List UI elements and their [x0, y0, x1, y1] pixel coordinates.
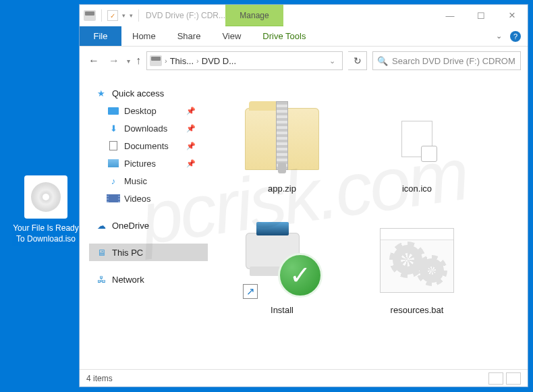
sidebar-item-label: Pictures	[124, 159, 156, 169]
sidebar-network[interactable]: 🖧Network	[89, 271, 208, 288]
music-icon: ♪	[108, 175, 119, 186]
status-bar: 4 items	[80, 369, 528, 387]
sidebar-this-pc[interactable]: 🖥This PC	[89, 244, 208, 261]
pin-icon: 📌	[186, 142, 196, 150]
pictures-icon	[108, 159, 119, 167]
sidebar-videos[interactable]: Videos	[89, 190, 208, 207]
sidebar-desktop[interactable]: Desktop📌	[89, 102, 208, 119]
checkmark-icon: ✓	[278, 253, 322, 298]
sidebar-pictures[interactable]: Pictures📌	[89, 155, 208, 172]
zip-icon	[245, 108, 319, 170]
documents-icon	[109, 141, 117, 150]
chevron-right-icon[interactable]: ›	[195, 57, 200, 65]
file-tab[interactable]: File	[80, 26, 121, 46]
search-icon: 🔍	[377, 56, 388, 66]
minimize-button[interactable]: —	[434, 5, 466, 26]
view-details-button[interactable]	[488, 372, 503, 385]
downloads-icon: ⬇	[108, 123, 119, 134]
install-shortcut-icon: ✓ ↗	[242, 223, 322, 298]
drive-icon	[150, 55, 162, 66]
iso-icon	[24, 175, 67, 219]
network-icon: 🖧	[96, 274, 107, 285]
desktop-icon-label: Your File Is Ready To Download.iso	[12, 221, 80, 246]
item-count: 4 items	[86, 374, 113, 383]
window-title: DVD Drive (F:) CDR...	[140, 5, 225, 26]
address-bar[interactable]: › This... › DVD D... ⌄	[146, 51, 343, 70]
pin-icon: 📌	[186, 159, 196, 168]
file-install[interactable]: ✓ ↗ Install	[215, 206, 349, 327]
file-label: resources.bat	[391, 305, 444, 315]
sidebar-documents[interactable]: Documents📌	[89, 137, 208, 155]
sidebar-quick-access[interactable]: ★Quick access	[89, 84, 208, 102]
ribbon: File Home Share View Drive Tools ⌄ ?	[80, 26, 528, 47]
view-large-icons-button[interactable]	[506, 372, 521, 385]
tab-home[interactable]: Home	[121, 26, 167, 46]
tab-view[interactable]: View	[211, 26, 252, 46]
file-label: icon.ico	[402, 184, 432, 194]
ribbon-collapse-icon[interactable]: ⌄	[496, 32, 502, 40]
breadcrumb-seg-drive[interactable]: DVD D...	[202, 56, 236, 66]
file-label: app.zip	[268, 184, 296, 194]
file-app-zip[interactable]: app.zip	[215, 84, 349, 206]
drive-icon	[84, 10, 96, 21]
pc-icon: 🖥	[96, 247, 107, 258]
file-label: Install	[271, 305, 293, 315]
refresh-button[interactable]: ↻	[348, 51, 367, 70]
qat-overflow[interactable]: ▾	[130, 12, 133, 19]
sidebar-item-label: Music	[124, 176, 147, 186]
ico-file-icon	[401, 121, 432, 157]
file-resources-bat[interactable]: resources.bat	[349, 206, 484, 327]
desktop-iso-file[interactable]: Your File Is Ready To Download.iso	[12, 175, 80, 246]
cloud-icon: ☁	[96, 220, 107, 231]
titlebar: ✓ ▾ ▾ DVD Drive (F:) CDR... Manage — ☐ ×	[80, 5, 528, 26]
pin-icon: 📌	[186, 107, 196, 115]
sidebar-item-label: This PC	[112, 248, 143, 258]
history-dropdown[interactable]: ▾	[127, 57, 130, 65]
manage-context-tab[interactable]: Manage	[225, 5, 283, 26]
tab-share[interactable]: Share	[167, 26, 212, 46]
navigation-bar: ← → ▾ ↑ › This... › DVD D... ⌄ ↻ 🔍	[80, 47, 528, 75]
sidebar-item-label: Downloads	[124, 123, 167, 134]
bat-file-icon	[380, 228, 454, 293]
pin-icon: 📌	[186, 124, 196, 133]
forward-button[interactable]: →	[107, 55, 121, 67]
chevron-right-icon[interactable]: ›	[163, 57, 169, 65]
search-input[interactable]	[392, 56, 516, 66]
videos-icon	[109, 194, 118, 202]
sidebar-item-label: Videos	[124, 194, 151, 204]
qat-checkbox[interactable]: ✓	[107, 10, 118, 21]
sidebar-music[interactable]: ♪Music	[89, 172, 208, 190]
sidebar-item-label: OneDrive	[112, 221, 149, 231]
sidebar-item-label: Desktop	[124, 106, 157, 116]
address-dropdown-icon[interactable]: ⌄	[325, 57, 339, 65]
navigation-pane: ★Quick access Desktop📌 ⬇Downloads📌 Docum…	[80, 75, 208, 369]
back-button[interactable]: ←	[86, 55, 101, 67]
tab-drive-tools[interactable]: Drive Tools	[252, 26, 316, 46]
maximize-button[interactable]: ☐	[466, 5, 497, 26]
breadcrumb-seg-thispc[interactable]: This...	[170, 56, 194, 66]
sidebar-item-label: Quick access	[112, 88, 164, 99]
desktop-icon	[108, 107, 119, 115]
qat-dropdown[interactable]: ▾	[122, 12, 125, 19]
sidebar-item-label: Documents	[124, 141, 169, 151]
shortcut-arrow-icon: ↗	[243, 284, 258, 299]
sidebar-item-label: Network	[112, 275, 144, 285]
up-button[interactable]: ↑	[136, 55, 141, 67]
sidebar-downloads[interactable]: ⬇Downloads📌	[89, 119, 208, 137]
star-icon: ★	[96, 88, 107, 99]
help-icon[interactable]: ?	[510, 31, 521, 42]
file-icon-ico[interactable]: icon.ico	[349, 84, 484, 206]
sidebar-onedrive[interactable]: ☁OneDrive	[89, 217, 208, 234]
explorer-window: ✓ ▾ ▾ DVD Drive (F:) CDR... Manage — ☐ ×…	[79, 4, 528, 387]
search-box[interactable]: 🔍	[372, 51, 521, 70]
close-button[interactable]: ×	[497, 5, 528, 26]
file-view[interactable]: app.zip icon.ico ✓ ↗ Install resources.	[208, 75, 528, 369]
